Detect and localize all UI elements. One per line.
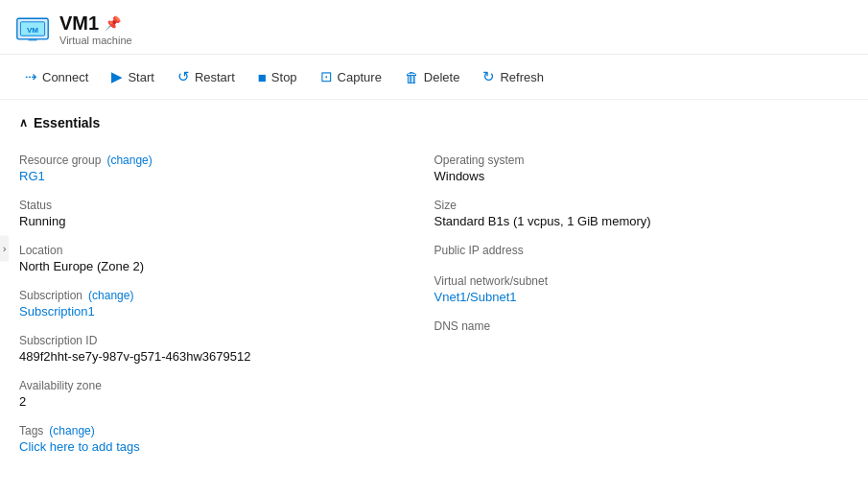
capture-icon: ⊡ [320, 68, 333, 85]
subscription-id-label: Subscription ID [19, 334, 434, 347]
tags-link[interactable]: Click here to add tags [19, 439, 140, 454]
tags-change-link[interactable]: (change) [49, 424, 94, 437]
dns-label: DNS name [434, 319, 850, 333]
delete-label: Delete [424, 70, 460, 84]
svg-text:VM: VM [27, 26, 38, 35]
refresh-button[interactable]: ↻ Refresh [473, 62, 553, 91]
status-item: Status Running [19, 191, 434, 236]
pin-icon[interactable]: 📌 [105, 15, 121, 31]
chevron-up-icon[interactable]: ∧ [19, 116, 28, 130]
tags-value: Click here to add tags [19, 439, 434, 454]
header-title-group: VM1 📌 Virtual machine [59, 12, 132, 46]
vnet-item: Virtual network/subnet Vnet1/Subnet1 [434, 267, 850, 312]
resource-group-value: RG1 [19, 169, 434, 183]
restart-icon: ↺ [177, 68, 190, 85]
tags-label: Tags (change) [19, 424, 434, 437]
sidebar-toggle[interactable]: › [0, 235, 9, 261]
vnet-value: Vnet1/Subnet1 [434, 290, 850, 304]
location-item: Location North Europe (Zone 2) [19, 236, 434, 281]
subscription-change-link[interactable]: (change) [88, 289, 133, 302]
page-subtitle: Virtual machine [59, 35, 132, 46]
stop-icon: ■ [258, 69, 267, 85]
delete-icon: 🗑 [405, 69, 419, 85]
availability-zone-value: 2 [19, 394, 434, 409]
subscription-id-item: Subscription ID 489f2hht-se7y-987v-g571-… [19, 326, 434, 371]
dns-item: DNS name [434, 312, 850, 342]
delete-button[interactable]: 🗑 Delete [395, 63, 470, 91]
connect-icon: ⇢ [25, 68, 37, 85]
subscription-id-value: 489f2hht-se7y-987v-g571-463hw3679512 [19, 349, 434, 364]
location-label: Location [19, 244, 434, 257]
os-label: Operating system [434, 154, 850, 167]
public-ip-item: Public IP address [434, 236, 850, 267]
vnet-label: Virtual network/subnet [434, 274, 850, 288]
refresh-icon: ↻ [482, 68, 495, 85]
vnet-link[interactable]: Vnet1/Subnet1 [434, 290, 517, 304]
connect-button[interactable]: ⇢ Connect [15, 62, 98, 91]
size-item: Size Standard B1s (1 vcpus, 1 GiB memory… [434, 191, 850, 236]
size-label: Size [434, 199, 850, 212]
resource-group-item: Resource group (change) RG1 [19, 146, 434, 191]
resource-group-label: Resource group (change) [19, 154, 434, 167]
stop-label: Stop [271, 70, 297, 84]
tags-item: Tags (change) Click here to add tags [19, 416, 434, 461]
start-button[interactable]: ▶ Start [102, 62, 163, 91]
start-icon: ▶ [111, 68, 123, 85]
subscription-link[interactable]: Subscription1 [19, 304, 95, 319]
location-value: North Europe (Zone 2) [19, 259, 434, 273]
capture-button[interactable]: ⊡ Capture [311, 62, 391, 91]
public-ip-label: Public IP address [434, 244, 850, 257]
vm-icon: VM [15, 12, 50, 46]
connect-label: Connect [42, 70, 88, 84]
subscription-label: Subscription (change) [19, 289, 434, 302]
os-item: Operating system Windows [434, 146, 850, 191]
resource-group-link[interactable]: RG1 [19, 169, 45, 183]
availability-zone-item: Availability zone 2 [19, 371, 434, 416]
left-column: Resource group (change) RG1 Status Runni… [19, 146, 434, 461]
resource-group-change-link[interactable]: (change) [106, 154, 152, 167]
essentials-section: ∧ Essentials Resource group (change) RG1… [0, 100, 868, 477]
vm-name: VM1 [59, 12, 99, 35]
restart-button[interactable]: ↺ Restart [168, 62, 245, 91]
essentials-grid: Resource group (change) RG1 Status Runni… [19, 146, 849, 461]
availability-zone-label: Availability zone [19, 379, 434, 392]
size-value: Standard B1s (1 vcpus, 1 GiB memory) [434, 214, 850, 228]
subscription-item: Subscription (change) Subscription1 [19, 281, 434, 326]
status-label: Status [19, 199, 434, 212]
capture-label: Capture [338, 70, 382, 84]
start-label: Start [128, 70, 153, 84]
subscription-value: Subscription1 [19, 304, 434, 319]
status-value: Running [19, 214, 434, 228]
svg-rect-5 [29, 39, 37, 41]
essentials-title: Essentials [34, 115, 100, 130]
restart-label: Restart [195, 70, 235, 84]
page-title: VM1 📌 [59, 12, 132, 35]
right-column: Operating system Windows Size Standard B… [434, 146, 850, 461]
toolbar: ⇢ Connect ▶ Start ↺ Restart ■ Stop ⊡ Cap… [0, 55, 868, 100]
page-header: VM VM1 📌 Virtual machine [0, 0, 868, 55]
refresh-label: Refresh [500, 70, 544, 84]
essentials-header: ∧ Essentials [19, 115, 849, 130]
os-value: Windows [434, 169, 850, 183]
stop-button[interactable]: ■ Stop [248, 63, 307, 91]
